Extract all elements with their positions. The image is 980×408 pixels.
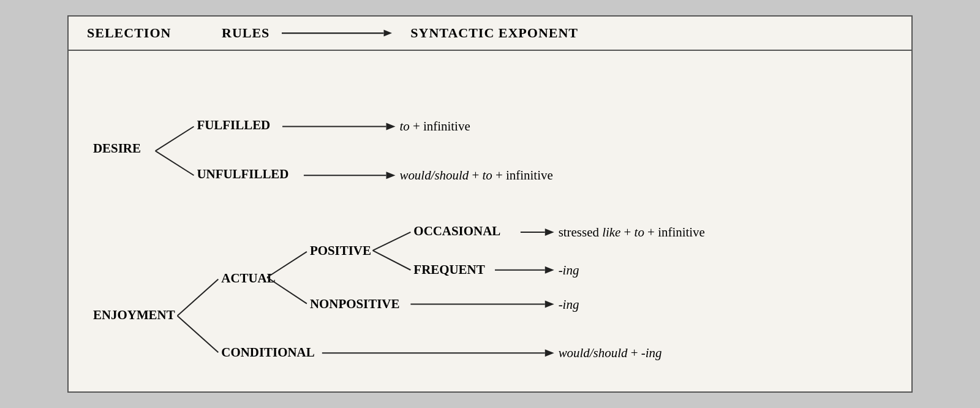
svg-line-12 xyxy=(373,251,411,270)
content-area: DESIRE FULFILLED to + infinitive UNFULFI… xyxy=(69,51,911,391)
exponent-ing-frequent: -ing xyxy=(559,263,579,278)
nonpositive-label: NONPOSITIVE xyxy=(310,297,399,311)
exponent-to-infinitive: to + infinitive xyxy=(399,119,470,134)
frequent-arrow xyxy=(545,266,554,274)
exponent-would-should-ing: would/should + -ing xyxy=(559,346,662,360)
frequent-label: FREQUENT xyxy=(413,262,484,277)
svg-line-2 xyxy=(156,126,194,151)
occasional-arrow xyxy=(545,229,554,236)
svg-line-9 xyxy=(267,252,307,278)
diagram-container: SELECTION RULES SYNTACTIC EXPONENT DESIR… xyxy=(67,15,913,393)
fulfilled-arrow xyxy=(386,123,396,130)
exponent-ing-nonpositive: -ing xyxy=(559,297,579,312)
nonpositive-arrow xyxy=(545,301,554,308)
occasional-label: OCCASIONAL xyxy=(413,224,500,238)
unfulfilled-label: UNFULFILLED xyxy=(197,167,288,181)
unfulfilled-arrow xyxy=(386,172,396,179)
rules-label: RULES xyxy=(222,25,270,41)
svg-line-8 xyxy=(178,316,219,353)
positive-label: POSITIVE xyxy=(310,243,371,258)
exponent-stressed-like: stressed like + to + infinitive xyxy=(559,225,705,240)
header-rules: RULES SYNTACTIC EXPONENT xyxy=(222,25,578,41)
fulfilled-label: FULFILLED xyxy=(197,118,270,132)
header-selection: SELECTION xyxy=(87,25,222,41)
exponent-would-should-to: would/should + to + infinitive xyxy=(399,168,552,183)
svg-line-10 xyxy=(267,278,307,304)
header-row: SELECTION RULES SYNTACTIC EXPONENT xyxy=(69,17,911,51)
header-syntactic: SYNTACTIC EXPONENT xyxy=(410,25,578,41)
svg-line-3 xyxy=(156,151,194,175)
conditional-arrow xyxy=(545,349,554,357)
svg-marker-1 xyxy=(384,30,393,37)
header-arrow-icon xyxy=(282,26,392,40)
enjoyment-label: ENJOYMENT xyxy=(93,308,175,322)
conditional-label: CONDITIONAL xyxy=(221,345,314,360)
svg-line-11 xyxy=(373,232,411,251)
diagram-svg: DESIRE FULFILLED to + infinitive UNFULFI… xyxy=(87,62,893,380)
desire-label: DESIRE xyxy=(93,141,141,156)
svg-line-7 xyxy=(178,279,219,316)
